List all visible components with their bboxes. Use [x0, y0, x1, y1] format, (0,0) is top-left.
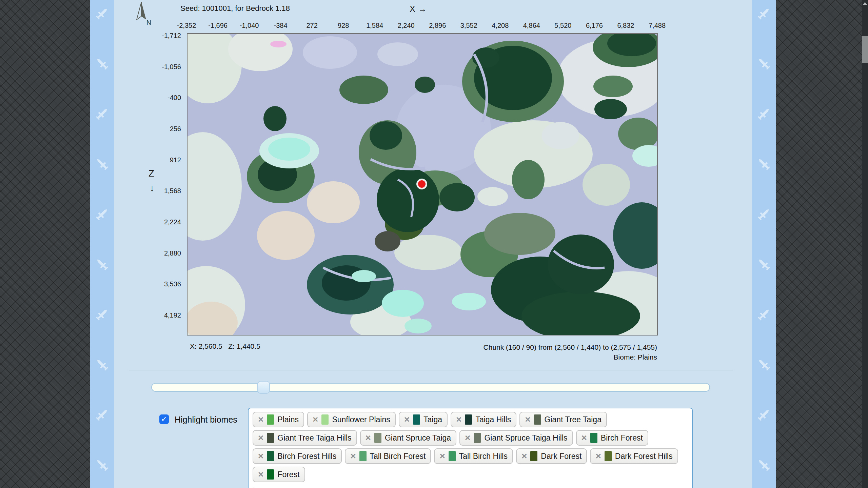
- scrollbar[interactable]: [862, 0, 868, 488]
- biome-tag-giant-spruce-taiga[interactable]: ×Giant Spruce Taiga: [360, 430, 457, 446]
- remove-tag-icon[interactable]: ×: [465, 433, 470, 443]
- biome-tag-label: Plains: [277, 415, 299, 424]
- z-tick-label: -1,056: [162, 63, 181, 70]
- sword-icon: [95, 157, 110, 171]
- north-label: N: [146, 19, 151, 26]
- sword-icon: [756, 257, 771, 272]
- x-tick-label: 928: [338, 22, 349, 29]
- x-tick-label: -1,696: [208, 22, 228, 29]
- biome-tag-taiga[interactable]: ×Taiga: [399, 412, 448, 427]
- biome-tags-input[interactable]: ×Plains×Sunflower Plains×Taiga×Taiga Hil…: [248, 408, 693, 488]
- x-tick-label: -1,040: [240, 22, 259, 29]
- z-tick-label: 2,880: [164, 249, 181, 257]
- remove-tag-icon[interactable]: ×: [366, 433, 371, 443]
- biome-tag-sunflower-plains[interactable]: ×Sunflower Plains: [307, 412, 396, 427]
- section-divider: [129, 370, 733, 370]
- highlight-biomes-label: Highlight biomes: [175, 415, 237, 424]
- x-tick-label: 272: [306, 22, 317, 29]
- sword-icon: [95, 207, 110, 222]
- scrollbar-thumb[interactable]: [862, 36, 868, 63]
- remove-tag-icon[interactable]: ×: [456, 415, 461, 424]
- z-tick-label: 2,224: [164, 218, 181, 226]
- biome-tag-birch-forest[interactable]: ×Birch Forest: [576, 430, 648, 446]
- z-tick-label: 1,568: [164, 187, 181, 195]
- biome-map[interactable]: [187, 33, 658, 336]
- biome-color-swatch: [449, 451, 456, 461]
- remove-tag-icon[interactable]: ×: [595, 451, 601, 461]
- biome-color-swatch: [267, 469, 274, 480]
- biome-color-swatch: [474, 433, 481, 443]
- biome-tag-taiga-hills[interactable]: ×Taiga Hills: [451, 412, 516, 427]
- remove-tag-icon[interactable]: ×: [258, 433, 263, 443]
- main-panel: N Seed: 1001001, for Bedrock 1.18 X → -2…: [114, 0, 752, 488]
- remove-tag-icon[interactable]: ×: [313, 415, 318, 424]
- chunk-info: Chunk (160 / 90) from (2,560 / 1,440) to…: [187, 342, 657, 352]
- biome-tag-giant-spruce-taiga-hills[interactable]: ×Giant Spruce Taiga Hills: [459, 430, 573, 446]
- biome-color-swatch: [530, 451, 537, 461]
- biome-tag-dark-forest[interactable]: ×Dark Forest: [516, 448, 587, 464]
- biome-tag-tall-birch-forest[interactable]: ×Tall Birch Forest: [345, 448, 431, 464]
- remove-tag-icon[interactable]: ×: [521, 451, 527, 461]
- remove-tag-icon[interactable]: ×: [439, 451, 445, 461]
- biome-color-swatch: [534, 414, 541, 425]
- sword-icon: [95, 56, 110, 71]
- biome-tag-label: Giant Tree Taiga: [545, 415, 601, 424]
- zoom-slider[interactable]: [151, 383, 710, 392]
- x-tick-label: 3,552: [460, 22, 477, 29]
- biome-tag-label: Taiga Hills: [475, 415, 511, 424]
- biome-color-swatch: [374, 433, 381, 443]
- biome-tag-label: Birch Forest Hills: [277, 452, 336, 461]
- remove-tag-icon[interactable]: ×: [404, 415, 410, 424]
- x-tick-label: 5,520: [554, 22, 571, 29]
- biome-tag-forest[interactable]: ×Forest: [253, 467, 305, 482]
- x-tick-label: 7,488: [649, 22, 666, 29]
- biome-tag-giant-tree-taiga[interactable]: ×Giant Tree Taiga: [519, 412, 607, 427]
- remove-tag-icon[interactable]: ×: [350, 451, 356, 461]
- remove-tag-icon[interactable]: ×: [258, 451, 263, 461]
- decor-strip-left: [90, 0, 114, 488]
- biome-tag-label: Giant Tree Taiga Hills: [277, 433, 351, 443]
- biome-tag-label: Giant Spruce Taiga Hills: [484, 433, 567, 443]
- sword-icon: [95, 106, 110, 121]
- biome-tag-plains[interactable]: ×Plains: [253, 412, 304, 427]
- x-tick-label: 4,208: [492, 22, 509, 29]
- biome-tag-label: Giant Spruce Taiga: [385, 433, 451, 443]
- biome-color-swatch: [267, 433, 274, 443]
- biome-color-swatch: [590, 433, 597, 443]
- biome-color-swatch: [267, 414, 274, 425]
- biome-tag-label: Forest: [277, 470, 299, 479]
- x-tick-label: -384: [274, 22, 288, 29]
- sword-icon: [95, 257, 110, 272]
- sword-icon: [95, 357, 110, 372]
- biome-color-swatch: [413, 414, 420, 425]
- z-tick-label: 4,192: [164, 311, 181, 319]
- biome-tag-giant-tree-taiga-hills[interactable]: ×Giant Tree Taiga Hills: [253, 430, 357, 446]
- remove-tag-icon[interactable]: ×: [258, 415, 263, 424]
- biome-tag-label: Tall Birch Hills: [459, 452, 508, 461]
- zoom-slider-thumb[interactable]: [257, 381, 270, 394]
- sword-icon: [756, 56, 771, 71]
- biome-tag-tall-birch-hills[interactable]: ×Tall Birch Hills: [434, 448, 513, 464]
- biome-map-canvas[interactable]: [188, 34, 657, 335]
- remove-tag-icon[interactable]: ×: [525, 415, 530, 424]
- decor-strip-right: [752, 0, 776, 488]
- remove-tag-icon[interactable]: ×: [258, 470, 263, 479]
- highlight-biomes-checkbox[interactable]: ✓: [159, 414, 169, 424]
- x-tick-label: 4,864: [523, 22, 540, 29]
- z-tick-label: -1,712: [162, 32, 181, 40]
- sword-icon: [95, 458, 110, 472]
- biome-tag-dark-forest-hills[interactable]: ×Dark Forest Hills: [590, 448, 678, 464]
- scroll-up-arrow-icon[interactable]: [863, 2, 867, 5]
- biome-tag-label: Dark Forest Hills: [615, 452, 673, 461]
- x-tick-label: 6,832: [617, 22, 634, 29]
- x-axis-title: X →: [410, 4, 427, 14]
- remove-tag-icon[interactable]: ×: [581, 433, 587, 443]
- biome-color-swatch: [267, 451, 274, 461]
- biome-tag-birch-forest-hills[interactable]: ×Birch Forest Hills: [253, 448, 342, 464]
- x-tick-label: 6,176: [586, 22, 603, 29]
- z-tick-label: 3,536: [164, 280, 181, 288]
- x-tick-label: -2,352: [177, 22, 196, 29]
- sword-icon: [756, 106, 771, 121]
- biome-tag-label: Taiga: [423, 415, 442, 424]
- z-axis-title: Z: [149, 168, 154, 179]
